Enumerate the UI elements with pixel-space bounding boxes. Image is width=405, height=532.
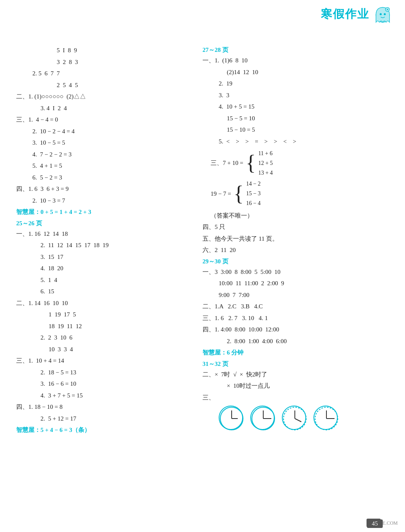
- line: 一、1. 16 12 14 18: [16, 228, 190, 240]
- line: 3. 15 17: [40, 251, 190, 263]
- zhihui-line3: 智慧屋：6 分钟: [202, 347, 389, 359]
- line: 4. 18 20: [40, 263, 190, 274]
- left-column: 5 I 8 9 3 2 8 3 2. 5 6 7 7 2 5 4 5 二、1. …: [16, 45, 190, 436]
- header: 寒假作业: [321, 4, 393, 24]
- clock-3: [282, 406, 306, 430]
- clock-4: [313, 406, 338, 430]
- line: 四、1. 6 3 6 + 3 = 9: [16, 183, 190, 195]
- line: 1 19 17 5: [49, 309, 190, 320]
- svg-point-4: [387, 9, 388, 10]
- content: 5 I 8 9 3 2 8 3 2. 5 6 7 7 2 5 4 5 二、1. …: [16, 45, 389, 436]
- svg-line-13: [295, 419, 301, 422]
- line: 2. 10 − 2 − 4 = 4: [32, 126, 190, 137]
- svg-point-2: [384, 13, 386, 15]
- section-27-28: 27～28 页: [202, 46, 389, 54]
- brace-prefix-2: 19 − 7 =: [211, 190, 231, 197]
- line: 5 I 8 9: [57, 45, 190, 56]
- line: 二、1. (1)○○○○○○ (2)△△: [16, 91, 190, 103]
- line: 5. < > > = > > < >: [219, 136, 389, 147]
- line: 二、1.A 2.C 3.B 4.C: [202, 301, 389, 312]
- line: 2. 10 − 3 = 7: [32, 195, 190, 207]
- line: 2. 5 6 7 7: [32, 68, 190, 79]
- line: 3 2 8 3: [57, 56, 190, 68]
- brace-item: 16 − 4: [246, 199, 261, 208]
- line: × 10时过一点儿: [227, 380, 389, 392]
- brace-item: 12 + 5: [258, 158, 273, 168]
- line: 四、1. 18 − 10 = 8: [16, 401, 190, 413]
- line: 2. 11 12 14 15 17 18 19: [40, 239, 190, 251]
- line: 5. 1 4: [40, 274, 190, 286]
- line: 六、2 11 20: [202, 244, 389, 256]
- brace-items-2: 14 − 2 15 − 3 16 − 4: [246, 179, 261, 208]
- line: 4. 10 + 5 = 15: [219, 101, 389, 113]
- left-brace-1: {: [246, 154, 256, 173]
- brace-item: 15 − 3: [246, 189, 261, 199]
- line: 3. 10 − 5 = 5: [32, 137, 190, 149]
- line: 三、1. 4 − 4 = 0: [16, 114, 190, 126]
- brace-item: 13 + 4: [258, 168, 273, 178]
- brace-items-1: 11 + 6 12 + 5 13 + 4: [258, 149, 273, 177]
- line: 二、1. 14 16 10 10: [16, 297, 190, 309]
- page-title: 寒假作业: [321, 6, 369, 22]
- brace-item: 11 + 6: [258, 149, 273, 158]
- page-number-box: 45: [367, 519, 383, 528]
- section-25-26: 25～26 页: [16, 220, 190, 227]
- brace-group-2: 19 − 7 = { 14 − 2 15 − 3 16 − 4: [211, 179, 389, 208]
- line: 三、1. 10 + 4 = 14: [16, 355, 190, 367]
- clock-1: [219, 406, 243, 430]
- line: 一、1. (1)6 8 10: [202, 55, 389, 66]
- line: 2. 19: [219, 78, 389, 90]
- line: 四、1. 4:00 8:00 10:00 12:00: [202, 324, 389, 335]
- line: 2. 8:00 1:00 4:00 6:00: [227, 335, 389, 347]
- brace-item: 14 − 2: [246, 179, 261, 189]
- line: 3. 3: [219, 90, 389, 101]
- line: 二、× 7时 √ × 快2时了: [202, 369, 389, 380]
- line: 2. 18 − 5 = 13: [40, 367, 190, 378]
- line: 3. 16 − 6 = 10: [40, 378, 190, 390]
- zhihui-line1: 智慧屋：0 + 5 = 1 + 4 = 2 + 3: [16, 206, 190, 218]
- line: 15 − 5 = 10: [227, 113, 389, 124]
- section-31-32: 31～32 页: [202, 360, 389, 368]
- section-29-30: 29～30 页: [202, 258, 389, 265]
- line: 15 − 10 = 5: [227, 124, 389, 136]
- line: 10:00 11 11:00 2 2:00 9: [219, 278, 389, 289]
- line: 9:00 7 7:00: [219, 289, 389, 301]
- page-num-text: 45: [372, 520, 378, 527]
- svg-point-1: [380, 13, 382, 15]
- ghost-icon: [373, 4, 393, 24]
- line: (2)14 12 10: [227, 66, 389, 78]
- line: 18 19 11 12: [49, 320, 190, 332]
- line: 2. 2 3 10 6: [40, 332, 190, 344]
- line: 四、5 只: [202, 221, 389, 233]
- line: 三、1. 6 2. 7 3. 10 4. 1: [202, 312, 389, 324]
- clock-2: [250, 406, 275, 430]
- line: 4. 7 − 2 − 2 = 3: [32, 149, 190, 160]
- zhihui-line2: 智慧屋：5 + 4 − 6 = 3（条）: [16, 424, 190, 436]
- right-column: 27～28 页 一、1. (1)6 8 10 (2)14 12 10 2. 19…: [202, 45, 389, 436]
- line: 6. 5 − 2 = 3: [32, 172, 190, 184]
- line: 五、他今天一共读了 11 页。: [202, 233, 389, 245]
- line: 5. 4 + 1 = 5: [32, 160, 190, 172]
- line: 2 5 4 5: [57, 79, 190, 91]
- line: 2. 5 + 12 = 17: [40, 413, 190, 425]
- line: 一、3 3:00 8 8:00 5 5:00 10: [202, 266, 389, 278]
- left-brace-2: {: [234, 184, 244, 203]
- line: 10 3 3 4: [49, 344, 190, 355]
- page: 寒假作业 5 I 8 9 3 2 8 3 2. 5 6 7 7 2 5 4 5 …: [0, 0, 405, 532]
- answer-note: （答案不唯一）: [211, 210, 389, 222]
- brace-prefix-1: 三、7 + 10 =: [211, 159, 243, 167]
- line: 4. 3 + 7 + 5 = 15: [40, 390, 190, 402]
- line: 三、: [202, 392, 389, 404]
- line: 6. 15: [40, 286, 190, 297]
- line: 3. 4 I 2 4: [40, 103, 190, 114]
- clock-row: [219, 406, 389, 430]
- brace-group-1: 三、7 + 10 = { 11 + 6 12 + 5 13 + 4: [211, 149, 389, 177]
